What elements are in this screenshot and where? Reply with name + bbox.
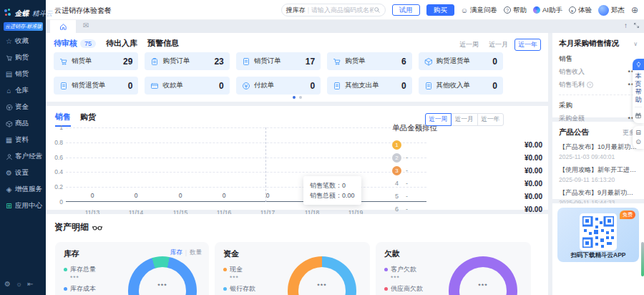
- card-icon: [150, 82, 159, 90]
- doc-icon: [242, 57, 250, 66]
- card-receipt[interactable]: 收款单0: [145, 77, 229, 95]
- add-icon[interactable]: ⊕: [631, 5, 638, 15]
- card-payment[interactable]: 付款单0: [236, 77, 321, 95]
- files-icon: ▦: [5, 137, 13, 144]
- page-dot-1[interactable]: [293, 96, 296, 99]
- tab-purchase-trend[interactable]: 购货: [80, 112, 96, 127]
- goods-icon: [5, 120, 13, 127]
- ai-icon: [533, 6, 540, 14]
- range-week[interactable]: 近一周: [456, 39, 482, 51]
- qr-card[interactable]: 免费 扫码下载精斗云APP: [557, 208, 639, 262]
- search-icon[interactable]: [374, 6, 381, 14]
- sidebar-item-value-added[interactable]: ◈增值服务: [5, 185, 46, 194]
- clipboard-icon: [150, 57, 159, 66]
- asset-card-funds: 资金 现金 *** 银行存款 *** ***: [215, 242, 370, 295]
- sidebar-item-purchase[interactable]: 购货: [5, 53, 46, 62]
- tooltip-line1: 销售笔数：0: [310, 180, 355, 190]
- free-badge: 免费: [620, 211, 635, 219]
- range-month[interactable]: 近一月: [485, 39, 512, 51]
- top-header: 云进销存体验套餐 搜库存 | 请输入商品编码或名称 试用 购买 ☺满意问卷 ?帮…: [46, 0, 644, 20]
- person-icon: [5, 153, 13, 160]
- buy-button[interactable]: 购买: [426, 4, 454, 16]
- notice-item[interactable]: 【使用攻略】新年开工进销存产品… 2025-09-11 16:13:20: [559, 165, 638, 183]
- gift-icon[interactable]: [633, 110, 644, 120]
- card-sales-order2[interactable]: 销货订单17: [236, 52, 321, 70]
- tab-pending-approval[interactable]: 待审核 75: [54, 38, 96, 49]
- target-icon[interactable]: ⊙: [633, 137, 644, 147]
- gear-icon: ⚙: [5, 170, 13, 177]
- app-logo[interactable]: 金蝶 精斗云: [0, 0, 46, 19]
- message-tab-icon[interactable]: ✉: [83, 21, 89, 29]
- sidebar-item-warehouse[interactable]: ⌂仓库: [5, 86, 46, 95]
- hide-values-icon[interactable]: [92, 225, 102, 231]
- scroll-top-icon[interactable]: ↑: [624, 21, 628, 29]
- panel-icon[interactable]: ⊟: [633, 128, 644, 137]
- help-bulb-icon[interactable]: [633, 59, 644, 70]
- toggle-stock[interactable]: 库存: [170, 248, 182, 257]
- sidebar-item-favorites[interactable]: ☆收藏: [5, 37, 46, 46]
- todo-range-filter: 近一周 近一月 近一年: [456, 39, 541, 51]
- logo-product: 精斗云: [32, 9, 53, 17]
- header-actions: 搜库存 | 请输入商品编码或名称 试用 购买 ☺满意问卷 ?帮助 AI助手 ▸体…: [281, 0, 638, 20]
- assets-section: 资产明细 库存 库存 | 数量 库存总量 *** 库存成本 *** *** 资金…: [46, 214, 548, 295]
- card-sales-return[interactable]: 销货退货单0: [54, 77, 138, 95]
- collapse-sidebar-icon[interactable]: ⇤: [27, 280, 33, 288]
- bronze-medal-icon: 3: [392, 166, 401, 175]
- sidebar-item-funds[interactable]: 资金: [5, 102, 46, 112]
- user-menu[interactable]: 郑杰: [598, 5, 625, 16]
- scrollbar-thumb[interactable]: [641, 242, 644, 276]
- hover-crosshair: [265, 127, 266, 202]
- gold-medal-icon: 1: [392, 140, 401, 150]
- help-link[interactable]: ?帮助: [504, 6, 527, 15]
- inventory-toggle: 库存 | 数量: [170, 248, 202, 257]
- sidebar-item-customers[interactable]: 客户经营: [5, 152, 46, 161]
- search-input[interactable]: 搜库存 | 请输入商品编码或名称: [281, 4, 386, 16]
- edition-badge: 云进销存-标准版: [4, 22, 43, 31]
- asset-card-debts: 欠款 客户欠款 *** 供应商欠款 *** ***: [376, 242, 531, 295]
- page-help-button[interactable]: 本 页 帮 助: [633, 70, 644, 123]
- card-other-expense[interactable]: 其他支出单0: [327, 77, 411, 95]
- card-purchase-order[interactable]: 购货订单23: [145, 52, 229, 70]
- coin-icon: [242, 82, 250, 90]
- card-other-income[interactable]: 其他收入单0: [419, 77, 503, 95]
- notice-item[interactable]: 【产品发布】10月最新功能抢先看… 2025-11-03 09:40:01: [559, 142, 638, 160]
- survey-link[interactable]: ☺满意问卷: [461, 6, 497, 15]
- sidebar-item-data[interactable]: ▦资料: [5, 135, 46, 145]
- collapse-chevron-icon[interactable]: ∨: [633, 41, 638, 47]
- avatar: [598, 5, 609, 16]
- asset-card-inventory: 库存 库存 | 数量 库存总量 *** 库存成本 *** ***: [55, 242, 209, 295]
- tab-alerts[interactable]: 预警信息: [147, 38, 179, 49]
- card-purchase[interactable]: 购货单6: [327, 52, 411, 70]
- trend-range-week[interactable]: 近一周: [425, 113, 452, 126]
- sidebar-item-goods[interactable]: 商品: [5, 119, 46, 128]
- funds-donut-chart: ***: [288, 256, 356, 295]
- settings-gear-icon[interactable]: ⚙: [4, 280, 11, 288]
- ranking-row: 1¥0.00: [392, 140, 542, 150]
- search-placeholder: 请输入商品编码或名称: [311, 6, 374, 15]
- silver-medal-icon: 2: [392, 153, 401, 163]
- sidebar: 金蝶 精斗云 云进销存-标准版 ☆收藏 购货 ▤销货 ⌂仓库 资金 商品 ▦资料…: [0, 0, 46, 295]
- apps-icon: ⊞: [5, 203, 13, 210]
- app-download-panel: 免费 扫码下载精斗云APP: [552, 203, 644, 295]
- float-extra-tools: ⊟ ⊙: [633, 126, 644, 149]
- theme-icon[interactable]: ☼: [16, 280, 22, 288]
- sidebar-item-settings[interactable]: ⚙设置: [5, 168, 46, 178]
- fullscreen-icon[interactable]: [633, 22, 640, 29]
- info-icon[interactable]: ?: [587, 82, 593, 88]
- sidebar-nav: ☆收藏 购货 ▤销货 ⌂仓库 资金 商品 ▦资料 客户经营 ⚙设置 ◈增值服务 …: [0, 37, 46, 211]
- sidebar-item-app-center[interactable]: ⊞应用中心: [5, 201, 46, 211]
- tab-home[interactable]: [50, 20, 76, 33]
- tab-pending-inout[interactable]: 待出入库: [106, 38, 137, 49]
- range-year[interactable]: 近一年: [514, 39, 541, 51]
- toggle-qty[interactable]: 数量: [190, 248, 202, 257]
- x-axis: [66, 201, 426, 202]
- sidebar-item-sales[interactable]: ▤销货: [5, 69, 46, 79]
- box-icon: [424, 57, 433, 66]
- card-sales-order[interactable]: 销货单29: [54, 52, 138, 70]
- experience-link[interactable]: ▸体验: [569, 6, 592, 15]
- search-scope[interactable]: 搜库存: [286, 6, 306, 15]
- trial-button[interactable]: 试用: [392, 4, 420, 16]
- card-purchase-return[interactable]: 购货退货单0: [419, 52, 503, 70]
- ai-assistant-link[interactable]: AI助手: [533, 6, 562, 15]
- page-dot-2[interactable]: [299, 96, 302, 99]
